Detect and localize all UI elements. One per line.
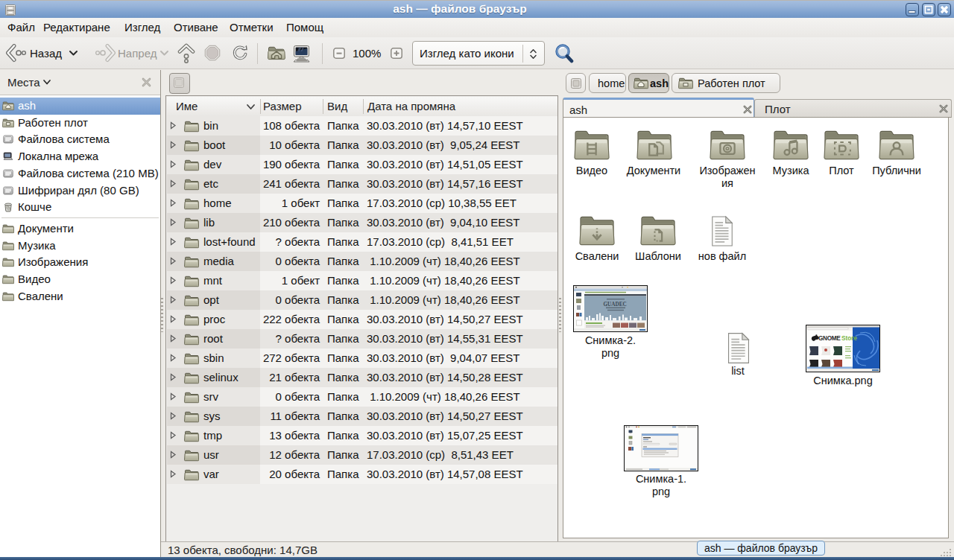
svg-text:GUADEC: GUADEC	[604, 302, 627, 308]
svg-text:GNOME: GNOME	[818, 335, 841, 342]
svg-text:Store: Store	[841, 335, 857, 342]
